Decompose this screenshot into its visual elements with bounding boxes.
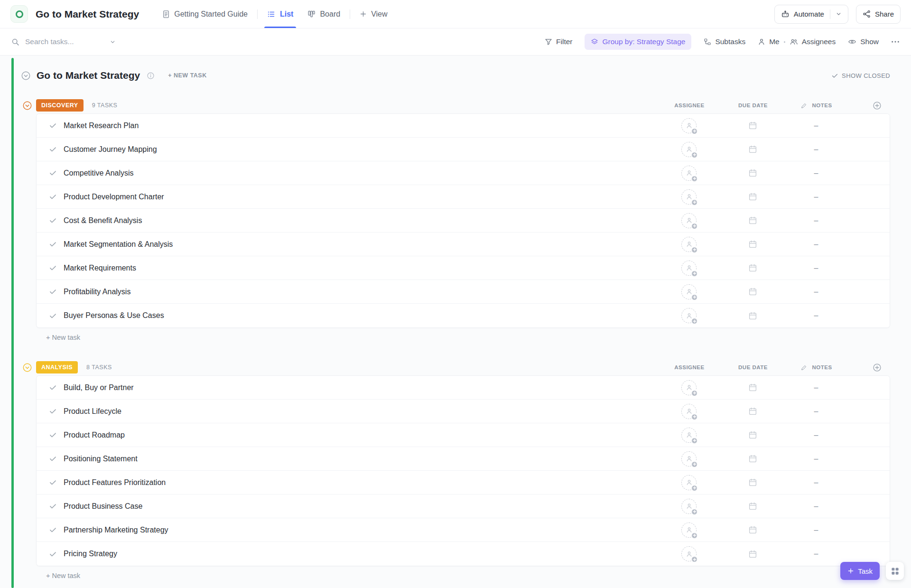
more-options-button[interactable] — [891, 40, 900, 43]
task-name[interactable]: Pricing Strategy — [64, 550, 657, 558]
task-row[interactable]: Product Business Case – — [37, 495, 890, 518]
task-row[interactable]: Market Requirements – — [37, 256, 890, 280]
notes-empty-value[interactable]: – — [814, 311, 818, 320]
subtasks-button[interactable]: Subtasks — [704, 37, 745, 46]
add-column-button[interactable] — [873, 101, 882, 110]
task-name[interactable]: Profitability Analysis — [64, 288, 657, 296]
tab-getting-started-guide[interactable]: Getting Started Guide — [155, 0, 255, 28]
task-row[interactable]: Buyer Personas & Use Cases – — [37, 304, 890, 327]
task-complete-checkmark[interactable] — [49, 312, 57, 320]
task-row[interactable]: Pricing Strategy – — [37, 542, 890, 566]
notes-empty-value[interactable]: – — [814, 407, 818, 416]
set-due-date-button[interactable] — [748, 525, 757, 534]
set-due-date-button[interactable] — [748, 287, 757, 296]
task-complete-checkmark[interactable] — [49, 169, 57, 177]
task-name[interactable]: Positioning Statement — [64, 455, 657, 463]
filter-button[interactable]: Filter — [545, 37, 572, 46]
set-due-date-button[interactable] — [748, 550, 757, 559]
task-row[interactable]: Partnership Marketing Strategy – — [37, 518, 890, 542]
set-due-date-button[interactable] — [748, 311, 757, 320]
notes-empty-value[interactable]: – — [814, 550, 818, 558]
group-status-badge[interactable]: ANALYSIS — [36, 361, 78, 373]
column-header-due-date[interactable]: DUE DATE — [738, 364, 768, 370]
column-header-due-date[interactable]: DUE DATE — [738, 103, 768, 108]
chevron-down-icon[interactable] — [110, 39, 116, 45]
set-due-date-button[interactable] — [748, 145, 757, 154]
set-due-date-button[interactable] — [748, 407, 757, 416]
new-task-fab[interactable]: Task — [840, 562, 880, 580]
add-assignee-button[interactable] — [681, 284, 697, 299]
add-assignee-button[interactable] — [681, 404, 697, 419]
add-assignee-button[interactable] — [681, 308, 697, 323]
task-complete-checkmark[interactable] — [49, 550, 57, 558]
group-collapse-chevron[interactable] — [22, 101, 32, 111]
add-assignee-button[interactable] — [681, 118, 697, 133]
add-column-button[interactable] — [873, 363, 882, 372]
add-assignee-button[interactable] — [681, 142, 697, 157]
task-name[interactable]: Product Development Charter — [64, 193, 657, 201]
task-name[interactable]: Market Research Plan — [64, 121, 657, 130]
set-due-date-button[interactable] — [748, 192, 757, 201]
collapse-list-chevron[interactable] — [21, 71, 31, 81]
column-header-assignee[interactable]: ASSIGNEE — [674, 103, 704, 108]
add-assignee-button[interactable] — [681, 499, 697, 514]
column-header-assignee[interactable]: ASSIGNEE — [674, 364, 704, 370]
task-name[interactable]: Product Roadmap — [64, 431, 657, 439]
info-icon[interactable] — [147, 72, 155, 80]
notes-empty-value[interactable]: – — [814, 169, 818, 177]
task-name[interactable]: Competitive Analysis — [64, 169, 657, 177]
set-due-date-button[interactable] — [748, 168, 757, 177]
task-row[interactable]: Competitive Analysis – — [37, 161, 890, 185]
app-grid-button[interactable] — [886, 562, 904, 580]
notes-empty-value[interactable]: – — [814, 145, 818, 154]
show-button[interactable]: Show — [848, 37, 879, 46]
set-due-date-button[interactable] — [748, 478, 757, 487]
task-complete-checkmark[interactable] — [49, 145, 57, 153]
me-filter-button[interactable]: Me — [758, 37, 780, 46]
add-assignee-button[interactable] — [681, 166, 697, 181]
add-assignee-button[interactable] — [681, 523, 697, 538]
task-complete-checkmark[interactable] — [49, 288, 57, 296]
notes-empty-value[interactable]: – — [814, 216, 818, 225]
add-assignee-button[interactable] — [681, 189, 697, 205]
task-name[interactable]: Partnership Marketing Strategy — [64, 526, 657, 534]
space-avatar[interactable] — [10, 5, 28, 23]
search-box[interactable] — [11, 37, 116, 47]
add-view-button[interactable]: View — [353, 0, 394, 28]
task-name[interactable]: Buyer Personas & Use Cases — [64, 311, 657, 320]
task-complete-checkmark[interactable] — [49, 455, 57, 463]
group-by-button[interactable]: Group by: Strategy Stage — [585, 34, 691, 50]
task-complete-checkmark[interactable] — [49, 407, 57, 415]
task-complete-checkmark[interactable] — [49, 431, 57, 439]
notes-empty-value[interactable]: – — [814, 264, 818, 272]
task-row[interactable]: Customer Journey Mapping – — [37, 138, 890, 161]
notes-empty-value[interactable]: – — [814, 431, 818, 439]
notes-empty-value[interactable]: – — [814, 502, 818, 511]
add-task-button[interactable]: + New task — [36, 328, 890, 347]
show-closed-toggle[interactable]: SHOW CLOSED — [831, 72, 890, 79]
task-complete-checkmark[interactable] — [49, 478, 57, 486]
tab-list[interactable]: List — [260, 0, 300, 28]
column-header-notes[interactable]: NOTES — [812, 364, 832, 370]
add-task-button[interactable]: + New task — [36, 566, 890, 585]
add-assignee-button[interactable] — [681, 451, 697, 467]
notes-empty-value[interactable]: – — [814, 526, 818, 534]
task-complete-checkmark[interactable] — [49, 526, 57, 534]
set-due-date-button[interactable] — [748, 263, 757, 272]
add-assignee-button[interactable] — [681, 213, 697, 228]
notes-empty-value[interactable]: – — [814, 240, 818, 249]
task-complete-checkmark[interactable] — [49, 193, 57, 201]
search-input[interactable] — [24, 37, 105, 47]
set-due-date-button[interactable] — [748, 454, 757, 463]
column-header-notes[interactable]: NOTES — [812, 103, 832, 108]
task-row[interactable]: Product Development Charter – — [37, 185, 890, 209]
task-complete-checkmark[interactable] — [49, 264, 57, 272]
task-name[interactable]: Product Lifecycle — [64, 407, 657, 416]
set-due-date-button[interactable] — [748, 502, 757, 511]
task-name[interactable]: Market Requirements — [64, 264, 657, 272]
task-complete-checkmark[interactable] — [49, 502, 57, 510]
new-task-button[interactable]: + NEW TASK — [168, 72, 207, 79]
task-name[interactable]: Product Business Case — [64, 502, 657, 511]
add-assignee-button[interactable] — [681, 475, 697, 490]
task-name[interactable]: Market Segmentation & Analysis — [64, 240, 657, 249]
